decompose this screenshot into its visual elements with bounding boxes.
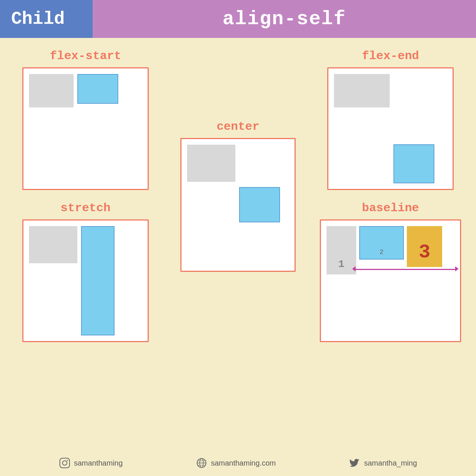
center-label: center xyxy=(216,120,259,134)
svg-point-1 xyxy=(62,461,67,465)
flex-end-child xyxy=(393,144,434,183)
baseline-section: baseline 1 2 3 xyxy=(320,201,461,342)
flex-end-sibling xyxy=(334,74,390,107)
instagram-icon xyxy=(59,457,70,469)
website-url: samanthaming.com xyxy=(211,459,276,467)
stretch-child xyxy=(81,226,115,335)
center-section: center xyxy=(167,49,309,342)
header-title: align-self xyxy=(93,0,476,38)
stretch-label: stretch xyxy=(61,201,110,215)
svg-rect-0 xyxy=(60,458,70,468)
baseline-item-3: 3 xyxy=(407,226,442,267)
twitter-handle: samantha_ming xyxy=(364,459,417,467)
header: Child align-self xyxy=(0,0,476,38)
flex-end-box xyxy=(327,67,454,190)
baseline-box: 1 2 3 xyxy=(320,219,461,342)
twitter-icon xyxy=(349,457,360,469)
stretch-section: stretch xyxy=(15,201,156,342)
baseline-num-2: 2 xyxy=(380,248,384,256)
footer: samanthaming samanthaming.com samantha_m… xyxy=(0,457,476,469)
center-box xyxy=(180,138,296,272)
flex-end-label: flex-end xyxy=(362,49,419,63)
center-child xyxy=(239,187,280,222)
flex-start-box xyxy=(22,67,149,190)
footer-twitter: samantha_ming xyxy=(349,457,417,469)
child-text: Child xyxy=(11,9,65,29)
main-content: flex-start center flex-end stretch basel… xyxy=(0,38,476,350)
flex-start-child xyxy=(77,74,118,104)
baseline-num-3: 3 xyxy=(419,241,430,263)
flex-start-sibling xyxy=(29,74,74,107)
center-sibling xyxy=(187,145,235,182)
footer-instagram: samanthaming xyxy=(59,457,123,469)
globe-icon xyxy=(196,457,207,469)
flex-start-label: flex-start xyxy=(50,49,121,63)
stretch-box xyxy=(22,219,149,342)
instagram-handle: samanthaming xyxy=(74,459,123,467)
baseline-num-1: 1 xyxy=(338,258,345,270)
footer-website: samanthaming.com xyxy=(196,457,276,469)
flex-end-section: flex-end xyxy=(320,49,461,190)
baseline-item-1: 1 xyxy=(327,226,356,274)
flex-start-section: flex-start xyxy=(15,49,156,190)
header-child-label: Child xyxy=(0,0,93,38)
stretch-sibling xyxy=(29,226,77,263)
baseline-label: baseline xyxy=(362,201,419,215)
svg-point-2 xyxy=(67,460,68,461)
baseline-item-2: 2 xyxy=(359,226,404,260)
title-text: align-self xyxy=(222,8,346,30)
